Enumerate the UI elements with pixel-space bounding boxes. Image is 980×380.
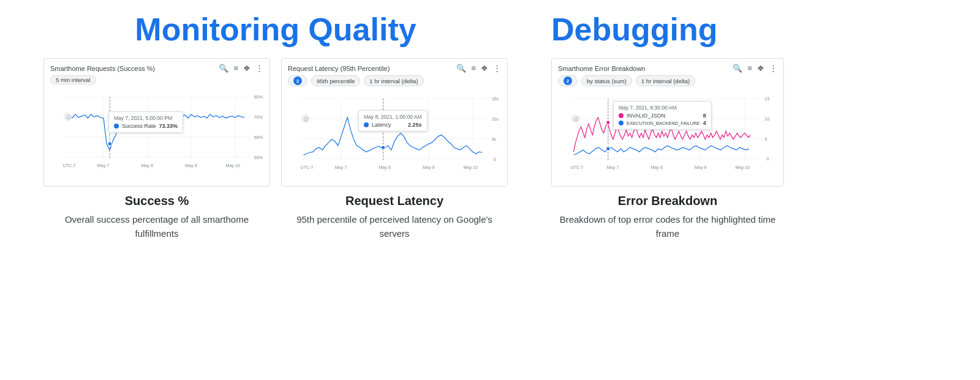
success-chip-label: 5 min interval [56,76,91,83]
svg-text:0: 0 [767,157,769,162]
svg-point-18 [108,142,111,146]
error-card-icons: 🔍 ≡ ❖ ⋮ [733,64,777,73]
success-tooltip-dot [114,124,119,129]
error-chip-label1: by status (sum) [587,78,627,84]
debugging-title: Debugging [551,12,718,47]
error-search-icon[interactable]: 🔍 [733,64,742,73]
svg-text:10s: 10s [492,117,499,122]
svg-text:70%: 70% [254,115,263,120]
page-container: Monitoring Quality Smarthome Requests (S… [0,0,980,380]
error-chart-card: Smarthome Error Breakdown 🔍 ≡ ❖ ⋮ 2 by s… [551,58,784,187]
success-desc: Success % Overall success percentage of … [43,194,270,240]
latency-tooltip-row: Latency 2.25s [364,122,422,128]
error-tooltip: May 7, 2021, 8:30:00 AM INVALID_JSON 8 E… [613,101,712,130]
svg-text:UTC-7: UTC-7 [570,165,583,170]
more-icon[interactable]: ⋮ [255,64,263,73]
success-chart-title: Smarthome Requests (Success %) [50,65,155,72]
svg-point-60 [606,121,610,124]
latency-card-header: Request Latency (95th Percentile) 🔍 ≡ ❖ … [288,64,501,73]
svg-text:60%: 60% [254,135,263,140]
latency-more-icon[interactable]: ⋮ [493,64,501,73]
search-icon[interactable]: 🔍 [219,64,228,73]
latency-chip-num-badge: 2 [293,76,302,85]
svg-text:May 9: May 9 [423,165,435,170]
error-tooltip-date: May 7, 2021, 8:30:00 AM [619,105,706,111]
error-tooltip-dot2 [619,121,624,125]
success-tooltip-date: May 7, 2021, 5:00:00 PM [114,115,178,121]
error-chip-status[interactable]: by status (sum) [581,75,632,86]
latency-chip-label2: 1 hr interval (delta) [369,78,418,84]
error-desc-title: Error Breakdown [551,194,784,208]
latency-tooltip: May 8, 2021, 1:00:00 AM Latency 2.25s [358,110,428,132]
success-chart-card: Smarthome Requests (Success %) 🔍 ≡ ❖ ⋮ 5… [43,58,270,187]
success-tooltip: May 7, 2021, 5:00:00 PM Success Rate 73.… [108,111,183,133]
latency-tooltip-value: 2.25s [408,122,422,128]
latency-chart-svg: 15s 10s 5s 0 UTC-7 May 7 May 8 May 9 May… [288,89,501,177]
latency-chip-label1: 95th percentile [317,78,355,84]
charts-row: Smarthome Requests (Success %) 🔍 ≡ ❖ ⋮ 5… [24,58,527,187]
svg-text:May 7: May 7 [607,165,619,170]
latency-tooltip-label: Latency [372,122,391,128]
monitoring-title: Monitoring Quality [135,12,416,47]
svg-point-39 [382,146,385,149]
success-chip-interval[interactable]: 5 min interval [50,75,96,84]
svg-text:May 9: May 9 [695,165,707,170]
svg-text:ⓘ: ⓘ [574,117,578,122]
svg-text:5: 5 [765,137,767,142]
error-tooltip-row2: EXECUTION_BACKEND_FAILURE 4 [619,120,706,126]
svg-text:May 9: May 9 [185,163,197,168]
filter-icon[interactable]: ≡ [233,64,238,73]
error-tooltip-value2: 4 [703,120,706,126]
svg-text:May 10: May 10 [226,163,240,168]
error-chip-interval[interactable]: 1 hr interval (delta) [636,75,695,86]
success-card-header: Smarthome Requests (Success %) 🔍 ≡ ❖ ⋮ [50,64,263,73]
svg-text:May 7: May 7 [335,165,347,170]
latency-tooltip-date: May 8, 2021, 1:00:00 AM [364,114,422,120]
section-monitoring: Monitoring Quality Smarthome Requests (S… [24,12,527,362]
error-tooltip-dot1 [619,113,624,118]
expand-icon[interactable]: ❖ [243,64,251,73]
latency-chart-area: 15s 10s 5s 0 UTC-7 May 7 May 8 May 9 May… [288,89,501,177]
error-chart-area: 15 10 5 0 UTC-7 May 7 May 8 May 9 May 10 [558,89,777,177]
error-chip-num-badge: 2 [564,76,572,85]
error-tooltip-value1: 8 [703,113,706,119]
success-tooltip-label: Success Rate [122,123,156,129]
error-desc: Error Breakdown Breakdown of top error c… [551,194,784,240]
error-chart-title: Smarthome Error Breakdown [558,65,645,72]
latency-chip-percentile[interactable]: 95th percentile [311,75,360,86]
error-chip-label2: 1 hr interval (delta) [641,78,690,84]
svg-text:ⓘ: ⓘ [304,117,308,122]
latency-desc: Request Latency 95th percentile of perce… [281,194,508,240]
svg-text:UTC-7: UTC-7 [300,165,313,170]
error-desc-text: Breakdown of top error codes for the hig… [551,213,784,240]
success-tooltip-row: Success Rate 73.33% [114,123,178,129]
svg-text:May 8: May 8 [379,165,391,170]
error-more-icon[interactable]: ⋮ [769,64,777,73]
latency-expand-icon[interactable]: ❖ [481,64,488,73]
latency-chip-num[interactable]: 2 [288,75,307,86]
latency-desc-text: 95th percentile of perceived latency on … [281,213,508,240]
cards-descriptions: Success % Overall success percentage of … [24,194,527,240]
svg-text:UTC-7: UTC-7 [62,163,75,168]
latency-chart-title: Request Latency (95th Percentile) [288,65,390,72]
error-tooltip-label2: EXECUTION_BACKEND_FAILURE [627,121,700,126]
svg-point-61 [606,147,610,151]
svg-text:May 7: May 7 [97,163,110,168]
latency-desc-title: Request Latency [281,194,508,208]
error-expand-icon[interactable]: ❖ [757,64,764,73]
error-chip-num[interactable]: 2 [558,75,578,86]
latency-search-icon[interactable]: 🔍 [456,64,466,73]
svg-text:10: 10 [765,117,770,122]
svg-text:May 10: May 10 [735,165,749,170]
svg-text:15: 15 [765,97,770,102]
latency-filter-icon[interactable]: ≡ [471,64,476,73]
svg-text:ⓘ: ⓘ [66,115,70,120]
error-filter-icon[interactable]: ≡ [747,64,752,73]
latency-card-icons: 🔍 ≡ ❖ ⋮ [456,64,501,73]
latency-tooltip-dot [364,122,369,127]
svg-text:15s: 15s [492,97,499,102]
svg-text:May 8: May 8 [650,165,663,170]
section-debugging: Debugging Smarthome Error Breakdown 🔍 ≡ … [539,12,980,362]
latency-chip-interval[interactable]: 1 hr interval (delta) [364,75,423,86]
success-card-icons: 🔍 ≡ ❖ ⋮ [219,64,263,73]
